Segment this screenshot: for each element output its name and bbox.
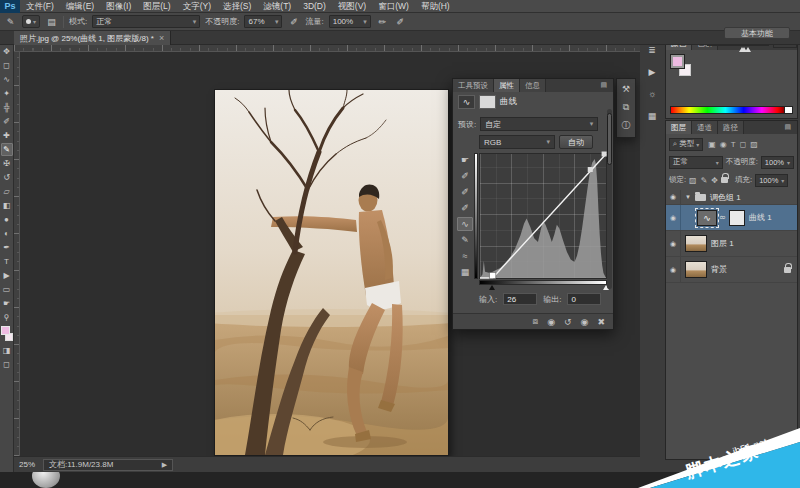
pressure-opacity-icon[interactable]: ✐ — [287, 17, 300, 27]
black-point-slider[interactable] — [489, 285, 495, 290]
lock-all-icon[interactable] — [721, 177, 728, 183]
black-point-eyedropper-icon[interactable]: ✐ — [457, 169, 473, 183]
marquee-tool[interactable]: ◻ — [1, 59, 13, 72]
tab-layers[interactable]: 图层 — [666, 121, 692, 134]
hand-tool[interactable]: ☛ — [1, 297, 13, 310]
layer-opacity-select[interactable]: 100% — [761, 156, 794, 169]
lock-pixels-icon[interactable]: ✎ — [701, 176, 708, 185]
adjustments-panel-icon[interactable]: ☼ — [644, 86, 660, 102]
scrollbar-thumb[interactable] — [607, 113, 612, 165]
lock-position-icon[interactable]: ✥ — [711, 176, 718, 185]
layer-name[interactable]: 图层 1 — [711, 238, 734, 249]
auto-button[interactable]: 自动 — [559, 135, 593, 149]
menu-item[interactable]: 滤镜(T) — [257, 0, 297, 13]
foreground-color-swatch[interactable] — [671, 55, 684, 68]
edit-points-icon[interactable]: ∿ — [457, 217, 473, 231]
curves-layer-row[interactable]: ◉ ∿ 8 曲线 1 — [666, 205, 797, 231]
fill-select[interactable]: 100% — [755, 174, 788, 187]
color-swatches[interactable] — [0, 326, 14, 343]
filter-adjustment-layers-icon[interactable]: ◉ — [720, 140, 727, 149]
lasso-tool[interactable]: ∿ — [1, 73, 13, 86]
menu-item[interactable]: 图层(L) — [137, 0, 176, 13]
visibility-eye-icon[interactable]: ◉ — [666, 257, 681, 282]
slider-thumb[interactable] — [745, 47, 751, 52]
tab-properties[interactable]: 属性 — [494, 79, 520, 92]
layer-name[interactable]: 背景 — [711, 264, 727, 275]
opacity-select[interactable]: 67% — [244, 15, 282, 28]
filter-shape-layers-icon[interactable]: ◻ — [740, 140, 747, 149]
color-spectrum-bar[interactable] — [670, 106, 793, 114]
background-layer-row[interactable]: ◉ 背景 — [666, 257, 797, 283]
eraser-tool[interactable]: ▱ — [1, 185, 13, 198]
path-selection-tool[interactable]: ▶ — [1, 269, 13, 282]
visibility-eye-icon[interactable]: ◉ — [666, 231, 681, 256]
filter-type-layers-icon[interactable]: T — [731, 140, 736, 149]
healing-brush-tool[interactable]: ✚ — [1, 129, 13, 142]
panel-scrollbar[interactable] — [607, 109, 612, 289]
output-value-field[interactable]: 0 — [567, 293, 601, 305]
brush-tool-icon[interactable]: ✎ — [4, 17, 17, 27]
layer-name[interactable]: 曲线 1 — [749, 212, 772, 223]
histogram-icon[interactable]: ▦ — [457, 265, 473, 279]
smooth-icon[interactable]: ≈ — [457, 249, 473, 263]
pencil-icon[interactable]: ✎ — [457, 233, 473, 247]
layer1-row[interactable]: ◉ 图层 1 — [666, 231, 797, 257]
quick-selection-tool[interactable]: ✦ — [1, 87, 13, 100]
actions-panel-icon[interactable]: ▶ — [644, 64, 660, 80]
view-previous-state-icon[interactable]: ◉ — [547, 317, 555, 327]
menu-item[interactable]: 图像(I) — [100, 0, 137, 13]
tab-paths[interactable]: 路径 — [718, 121, 744, 134]
shape-tool[interactable]: ▭ — [1, 283, 13, 296]
flow-select[interactable]: 100% — [329, 15, 371, 28]
group-expand-icon[interactable]: ▼ — [685, 194, 691, 200]
tab-tool-presets[interactable]: 工具预设 — [453, 79, 494, 92]
menu-item[interactable]: 选择(S) — [217, 0, 257, 13]
group-name[interactable]: 调色组 1 — [710, 192, 741, 203]
quick-mask-icon[interactable]: ◨ — [1, 344, 13, 357]
clone-stamp-tool[interactable]: ✠ — [1, 157, 13, 170]
brush-tool[interactable]: ✎ — [1, 143, 13, 156]
menu-item[interactable]: 3D(D) — [297, 0, 332, 13]
zoom-level-field[interactable]: 25% — [19, 460, 35, 469]
tool-presets-panel-icon[interactable]: ⚒ — [618, 81, 634, 97]
targeted-adjustment-icon[interactable]: ☛ — [457, 153, 473, 167]
channel-select[interactable]: RGB — [479, 135, 555, 149]
panel-menu-icon[interactable]: ▤ — [780, 123, 795, 131]
blur-tool[interactable]: ● — [1, 213, 13, 226]
doc-info-flyout-icon[interactable]: ▶ — [162, 461, 167, 469]
menu-item[interactable]: 编辑(E) — [60, 0, 100, 13]
zoom-tool[interactable]: ⚲ — [1, 311, 13, 324]
menu-item[interactable]: 视图(V) — [332, 0, 372, 13]
airbrush-icon[interactable]: ✏ — [376, 17, 389, 27]
delete-adjustment-icon[interactable]: ✖ — [597, 317, 605, 327]
document-sizes-box[interactable]: 文档:11.9M/23.8M ▶ — [43, 459, 173, 471]
document-image[interactable] — [215, 90, 448, 455]
white-point-eyedropper-icon[interactable]: ✐ — [457, 201, 473, 215]
visibility-eye-icon[interactable]: ◉ — [666, 190, 681, 204]
tab-channels[interactable]: 通道 — [692, 121, 718, 134]
clone-source-panel-icon[interactable]: ⧉ — [618, 99, 634, 115]
layer-thumbnail[interactable] — [685, 261, 707, 278]
blend-mode-select[interactable]: 正常 — [92, 15, 200, 28]
panel-menu-icon[interactable]: ▤ — [596, 81, 611, 89]
layer-filter-type[interactable]: ⌕类型 — [669, 138, 703, 151]
layer-thumbnail[interactable] — [685, 235, 707, 252]
input-value-field[interactable]: 26 — [503, 293, 537, 305]
gradient-tool[interactable]: ◧ — [1, 199, 13, 212]
layer-mask-thumbnail[interactable] — [729, 210, 745, 226]
workspace-switcher-button[interactable]: 基本功能 — [724, 27, 790, 39]
tab-info[interactable]: 信息 — [520, 79, 546, 92]
info-panel-icon[interactable]: ⓘ — [618, 117, 634, 133]
close-tab-icon[interactable]: × — [159, 33, 164, 43]
styles-panel-icon[interactable]: ▦ — [644, 108, 660, 124]
curves-adjustment-thumbnail[interactable]: ∿ — [697, 210, 717, 226]
filter-pixel-layers-icon[interactable]: ▣ — [708, 140, 716, 149]
layer-blend-mode-select[interactable]: 正常 — [669, 156, 723, 169]
pressure-size-icon[interactable]: ✐ — [394, 17, 407, 27]
filter-smart-objects-icon[interactable]: ▨ — [750, 140, 758, 149]
toggle-brush-panel-icon[interactable]: ▤ — [45, 17, 58, 27]
foreground-color-swatch[interactable] — [1, 326, 10, 335]
crop-tool[interactable]: ╬ — [1, 101, 13, 114]
menu-item[interactable]: 窗口(W) — [372, 0, 415, 13]
curves-grid[interactable] — [479, 153, 607, 279]
